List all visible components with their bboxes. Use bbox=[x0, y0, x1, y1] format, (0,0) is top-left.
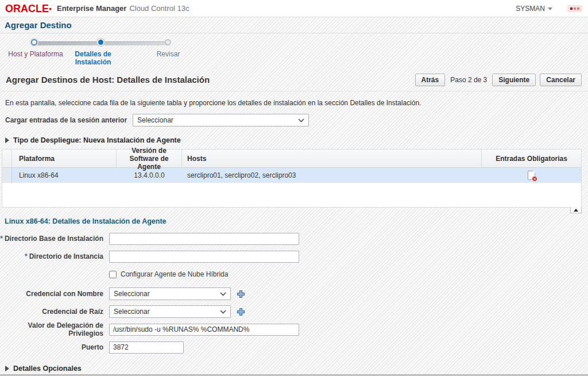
arrow-up-icon bbox=[574, 209, 578, 212]
back-button[interactable]: Atrás bbox=[415, 74, 446, 86]
root-credential-label: Credencial de Raíz bbox=[0, 308, 103, 316]
add-named-credential-button[interactable] bbox=[237, 290, 245, 298]
oracle-logo-mark bbox=[49, 8, 51, 10]
column-header-hosts[interactable]: Hosts bbox=[182, 149, 482, 167]
step-dot-revisar bbox=[165, 39, 171, 45]
product-name: Enterprise Manager bbox=[57, 4, 126, 13]
step-label-detalles-de-instalacion[interactable]: Detalles de Instalación bbox=[67, 51, 119, 67]
cell-hosts: serclipro01, serclipro02, serclipro03 bbox=[182, 168, 482, 183]
toolbar-actions: Atrás Paso 2 de 3 Siguiente Cancelar bbox=[415, 74, 582, 86]
root-credential-select[interactable]: Seleccionar bbox=[109, 305, 231, 318]
port-label: Puerto bbox=[0, 343, 103, 351]
hybrid-agent-row: Configurar Agente de Nube Híbrida bbox=[0, 268, 588, 281]
hybrid-agent-label: Configurar Agente de Nube Híbrida bbox=[121, 270, 228, 278]
table-fetch-notch[interactable] bbox=[570, 207, 582, 213]
instance-dir-row: *Directorio de Instancia bbox=[0, 250, 588, 263]
step-indicator: Paso 2 de 3 bbox=[449, 76, 488, 84]
instance-dir-label: *Directorio de Instancia bbox=[0, 252, 103, 260]
cancel-button[interactable]: Cancelar bbox=[540, 74, 582, 86]
form-section-title: Linux x86-64: Detalles de Instalación de… bbox=[5, 217, 588, 225]
privilege-delegation-row: Valor de Delegación de Privilegios bbox=[0, 323, 588, 336]
error-badge-icon: ✕ bbox=[532, 176, 537, 182]
named-credential-value: Seleccionar bbox=[114, 290, 150, 298]
chevron-down-icon bbox=[548, 7, 552, 10]
base-dir-label: *Directorio Base de Instalación bbox=[0, 235, 103, 243]
step-label-host-y-plataforma[interactable]: Host y Plataforma bbox=[1, 51, 70, 59]
page-title-bar: Agregar Destino bbox=[0, 17, 588, 33]
column-header-required[interactable]: Entradas Obligatorias bbox=[482, 149, 581, 167]
wizard-toolbar: Agregar Destinos de Host: Detalles de In… bbox=[0, 70, 588, 91]
session-select[interactable]: Seleccionar bbox=[133, 114, 309, 126]
header-right: SYSMAN bbox=[516, 0, 582, 17]
named-credential-select[interactable]: Seleccionar bbox=[109, 287, 231, 300]
global-header: ORACLE Enterprise Manager Cloud Control … bbox=[0, 0, 588, 17]
base-dir-input[interactable] bbox=[109, 233, 299, 245]
hosts-table: Plataforma Versión de Software de Agente… bbox=[2, 149, 582, 208]
hybrid-agent-checkbox[interactable] bbox=[109, 271, 117, 278]
page-title: Agregar Destino bbox=[5, 20, 72, 30]
privilege-delegation-input[interactable] bbox=[109, 324, 299, 336]
selector-column-header bbox=[2, 149, 12, 167]
intro-text: En esta pantalla, seleccione cada fila d… bbox=[5, 99, 421, 107]
add-plus-icon bbox=[237, 308, 245, 316]
product-edition: Cloud Control 13c bbox=[129, 4, 189, 13]
optional-section-title: Detalles Opcionales bbox=[13, 365, 82, 373]
add-plus-icon bbox=[237, 290, 245, 298]
expand-triangle-icon[interactable] bbox=[5, 137, 9, 143]
next-button[interactable]: Siguiente bbox=[492, 74, 536, 86]
column-header-platform[interactable]: Plataforma bbox=[12, 149, 117, 167]
step-label-revisar: Revisar bbox=[134, 51, 203, 59]
step-dot-host-y-plataforma[interactable] bbox=[31, 39, 37, 45]
root-credential-value: Seleccionar bbox=[114, 308, 150, 316]
session-row: Cargar entradas de la sesión anterior Se… bbox=[5, 114, 309, 126]
step-dot-detalles-de-instalacion[interactable] bbox=[97, 39, 105, 46]
root-credential-row: Credencial de Raíz Seleccionar bbox=[0, 305, 588, 318]
oracle-logo: ORACLE bbox=[5, 3, 49, 14]
chevron-down-icon bbox=[220, 292, 226, 296]
deployment-section-title: Tipo de Despliegue: Nueva Instalación de… bbox=[13, 136, 181, 144]
chevron-down-icon bbox=[220, 310, 226, 314]
more-menu-icon[interactable] bbox=[567, 5, 582, 12]
cell-platform: Linux x86-64 bbox=[12, 168, 117, 183]
cell-version: 13.4.0.0.0 bbox=[117, 168, 182, 183]
deployment-section-header: Tipo de Despliegue: Nueva Instalación de… bbox=[5, 136, 181, 144]
instance-dir-input[interactable] bbox=[109, 251, 299, 263]
session-select-value: Seleccionar bbox=[137, 116, 173, 124]
wizard-page-heading: Agregar Destinos de Host: Detalles de In… bbox=[6, 75, 210, 85]
expand-triangle-icon[interactable] bbox=[5, 366, 9, 371]
named-credential-label: Credencial con Nombre bbox=[0, 290, 103, 298]
table-header-row: Plataforma Versión de Software de Agente… bbox=[2, 149, 581, 168]
port-input[interactable] bbox=[109, 342, 184, 354]
wizard-train: Host y Plataforma Detalles de Instalació… bbox=[0, 33, 588, 69]
named-credential-row: Credencial con Nombre Seleccionar bbox=[0, 287, 588, 300]
required-asterisk: * bbox=[0, 235, 3, 243]
add-root-credential-button[interactable] bbox=[237, 308, 245, 316]
missing-inputs-doc-error-icon[interactable]: ✕ bbox=[528, 171, 535, 180]
cell-required: ✕ bbox=[482, 168, 581, 183]
base-dir-row: *Directorio Base de Instalación bbox=[0, 232, 588, 245]
agent-details-form: Linux x86-64: Detalles de Instalación de… bbox=[0, 217, 588, 359]
user-menu[interactable]: SYSMAN bbox=[516, 5, 552, 13]
column-header-version[interactable]: Versión de Software de Agente bbox=[117, 149, 182, 167]
user-name: SYSMAN bbox=[516, 5, 545, 13]
privilege-delegation-label: Valor de Delegación de Privilegios bbox=[0, 321, 103, 337]
table-row[interactable]: Linux x86-64 13.4.0.0.0 serclipro01, ser… bbox=[2, 168, 581, 183]
chevron-down-icon bbox=[298, 118, 304, 122]
port-row: Puerto bbox=[0, 341, 588, 354]
session-label: Cargar entradas de la sesión anterior bbox=[5, 116, 127, 124]
row-selector-cell[interactable] bbox=[2, 168, 12, 183]
optional-section-header: Detalles Opcionales bbox=[5, 365, 82, 373]
required-asterisk: * bbox=[25, 252, 28, 260]
app-root: ORACLE Enterprise Manager Cloud Control … bbox=[0, 0, 588, 376]
